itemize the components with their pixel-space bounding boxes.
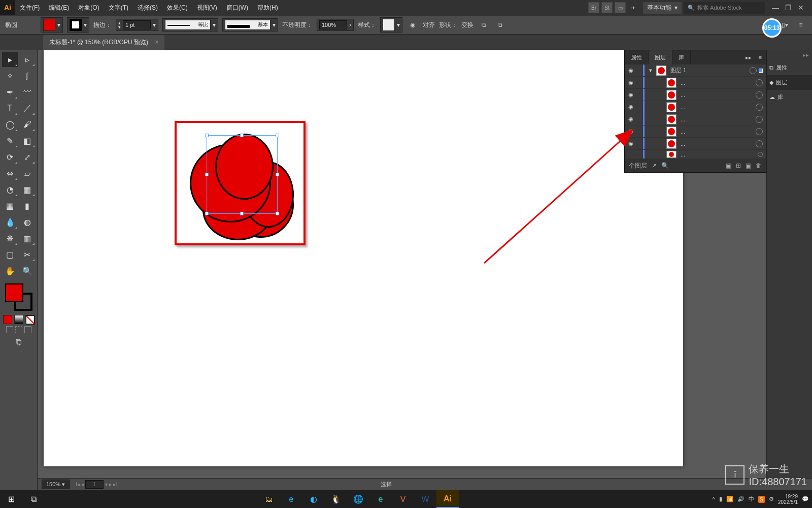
sogou-icon[interactable]: S [758,496,765,503]
settings-tray-icon[interactable]: ⚙ [769,496,774,502]
pen-tool[interactable]: ✒ [2,84,18,100]
layer-row[interactable]: ◉... [625,138,766,150]
arrange-icon[interactable]: ▭ [615,2,626,13]
opacity-input[interactable]: 100%› [317,19,354,31]
explorer-icon[interactable]: 🗂 [258,490,280,508]
color-mode-none[interactable] [25,315,35,324]
menu-effect[interactable]: 效果(C) [162,0,192,15]
document-tab[interactable]: 未标题-1* @ 150% (RGB/GPU 预览) × [43,35,164,50]
maximize-button[interactable]: ❐ [785,4,792,12]
stroke-swatch[interactable]: ▾ [67,17,89,33]
visibility-toggle[interactable]: ◉ [625,67,637,74]
layer-row[interactable]: ... [625,150,766,159]
free-transform-tool[interactable]: ▱ [19,166,36,181]
search-stock-input[interactable]: 🔍 搜索 Adobe Stock [684,2,765,14]
bridge-icon[interactable]: Br [588,2,599,13]
zoom-tool[interactable]: 🔍 [19,263,36,278]
draw-inside[interactable] [24,326,31,333]
isolate-icon[interactable]: ⧉ [478,19,490,31]
eyedropper-tool[interactable]: 💧 [2,214,18,230]
strip-properties[interactable]: ⧉属性 [767,60,812,75]
draw-behind[interactable] [15,326,22,333]
shape-builder-tool[interactable]: ◔ [2,182,18,197]
color-mode-solid[interactable] [3,315,12,324]
app-v-icon[interactable]: V [392,490,414,508]
color-mode-gradient[interactable] [14,315,23,324]
artboard-tool[interactable]: ▢ [2,247,18,262]
delete-layer-icon[interactable]: 🗑 [756,162,762,169]
blend-tool[interactable]: ◍ [19,214,36,230]
wifi-icon[interactable]: 📶 [726,496,733,502]
layer-row-top[interactable]: ◉ ▾ 图层 1 [625,65,766,77]
hand-tool[interactable]: ✋ [2,263,18,278]
panel-tab-properties[interactable]: 属性 [625,50,649,65]
direct-selection-tool[interactable]: ▹ [19,52,36,67]
qq-icon[interactable]: 🐧 [325,490,347,508]
menu-file[interactable]: 文件(F) [15,0,44,15]
shaper-tool[interactable]: ✎ [2,133,18,148]
notifications-icon[interactable]: 💬 [802,496,809,502]
locate-object-icon[interactable]: ↗ [652,162,657,169]
layer-row[interactable]: ◉... [625,89,766,101]
perspective-tool[interactable]: ▦ [19,182,36,197]
layer-row[interactable]: ◉... [625,125,766,138]
fill-box[interactable] [5,283,23,302]
menu-edit[interactable]: 编辑(E) [44,0,74,15]
chrome-icon[interactable]: 🌐 [347,490,369,508]
visibility-toggle[interactable]: ◉ [625,104,637,110]
visibility-toggle[interactable]: ◉ [625,91,637,98]
style-swatch[interactable]: ▾ [380,17,402,33]
slice-tool[interactable]: ✂ [19,247,36,262]
draw-normal[interactable] [6,326,13,333]
search-layer-icon[interactable]: 🔍 [661,162,669,169]
taskview-icon[interactable]: ⧉ [22,490,45,508]
panel-menu-icon[interactable]: ≡ [755,54,766,60]
isolate2-icon[interactable]: ⧉ [494,19,506,31]
panel-collapse-icon[interactable]: ▸▸ [742,54,755,61]
rotate-tool[interactable]: ⟳ [2,149,18,165]
fill-swatch[interactable]: ▾ [41,17,63,33]
panel-menu-icon[interactable]: ≡ [795,19,807,31]
word-icon[interactable]: W [414,490,436,508]
variable-width-dropdown[interactable]: 等比▾ [162,18,218,31]
recolor-icon[interactable]: ◉ [407,19,419,31]
artboard-number[interactable]: 1 [85,480,104,489]
stroke-weight-input[interactable]: ▴▾1 pt▾ [116,19,158,31]
ellipse-tool[interactable]: ◯ [2,117,18,132]
strip-libraries[interactable]: ☁库 [767,90,812,105]
menu-select[interactable]: 选择(S) [133,0,162,15]
illustrator-taskbar-icon[interactable]: Ai [436,490,459,508]
visibility-toggle[interactable]: ◉ [625,116,637,122]
scale-tool[interactable]: ⤢ [19,149,36,165]
menu-window[interactable]: 窗口(W) [222,0,253,15]
transform-button[interactable]: 变换 [461,21,473,29]
edge-icon[interactable]: e [369,490,392,508]
strip-collapse-icon[interactable]: ▸▸ [767,50,812,60]
workspace-dropdown[interactable]: 基本功能▾ [643,2,682,14]
visibility-toggle[interactable]: ◉ [625,140,637,147]
ime-indicator[interactable]: 中 [749,495,754,503]
fill-stroke-control[interactable] [5,283,32,311]
magic-wand-tool[interactable]: ✧ [2,68,18,83]
expand-toggle[interactable]: ▾ [647,67,654,74]
menu-view[interactable]: 视图(V) [192,0,222,15]
minimize-button[interactable]: — [772,4,779,12]
eraser-tool[interactable]: ◧ [19,133,36,148]
tray-expand-icon[interactable]: ^ [713,496,715,502]
paintbrush-tool[interactable]: 🖌 [19,117,36,132]
stock-icon[interactable]: St [601,2,613,13]
column-graph-tool[interactable]: ▥ [19,231,36,246]
strip-layers[interactable]: ◆图层 [767,75,812,90]
new-layer-icon[interactable]: ▣ [746,162,751,169]
align-button[interactable]: 对齐 [423,21,435,29]
close-button[interactable]: ✕ [798,4,804,12]
layer-row[interactable]: ◉... [625,77,766,89]
tray-clock[interactable]: 19:292022/5/1 [778,494,798,505]
new-sublayer-icon[interactable]: ⊞ [736,162,741,169]
visibility-toggle[interactable]: ◉ [625,128,637,135]
menu-help[interactable]: 帮助(H) [253,0,283,15]
visibility-toggle[interactable]: ◉ [625,79,637,86]
target-icon[interactable] [750,67,757,74]
curvature-tool[interactable]: 〰 [19,84,36,100]
tab-close-icon[interactable]: × [155,39,158,46]
